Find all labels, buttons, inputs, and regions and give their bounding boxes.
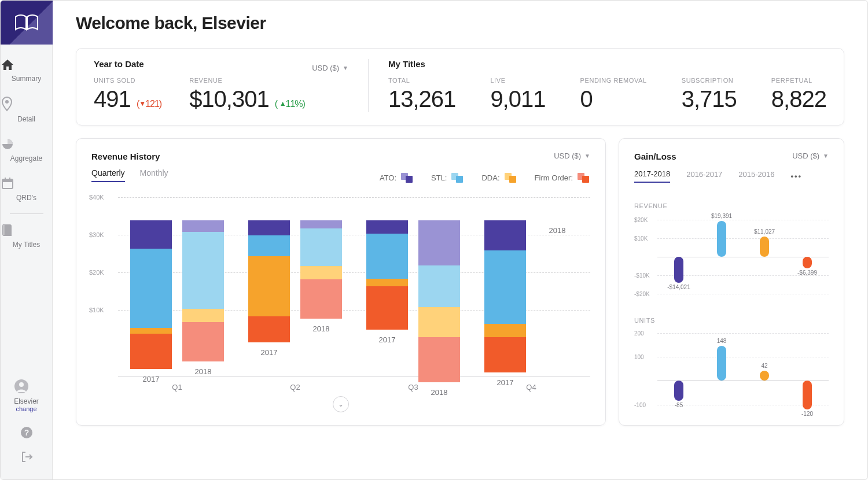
brand-logo xyxy=(1,1,53,45)
chevron-down-icon: ▼ xyxy=(823,153,829,159)
legend-swatch xyxy=(578,173,590,182)
stat-value: 3,715 xyxy=(682,86,737,112)
sidebar-item-aggregate[interactable]: Aggregate xyxy=(1,131,52,171)
pie-icon xyxy=(1,137,14,151)
sidebar-item-label: Detail xyxy=(1,115,52,123)
data-label: -$14,021 xyxy=(667,284,690,290)
bar-segment-dda xyxy=(484,324,526,337)
pin-icon xyxy=(1,97,13,112)
legend-item-dda[interactable]: DDA: xyxy=(481,173,517,182)
bar-segment-stl xyxy=(300,228,342,266)
sidebar-item-label: My Titles xyxy=(1,241,52,249)
more-years-button[interactable]: ••• xyxy=(791,172,803,180)
svg-rect-4 xyxy=(9,178,10,180)
bar-segment-dda xyxy=(366,279,408,286)
bar-segment-ato xyxy=(130,220,172,249)
year-tab[interactable]: 2017-2018 xyxy=(634,169,670,183)
legend-label: Firm Order: xyxy=(535,173,573,182)
legend-item-firm[interactable]: Firm Order: xyxy=(535,173,590,182)
data-label: $11,027 xyxy=(754,228,775,235)
logout-button[interactable] xyxy=(20,445,33,469)
page-title: Welcome back, Elsevier xyxy=(76,13,844,33)
bar-column: 2017 xyxy=(484,220,526,371)
sidebar-item-summary[interactable]: Summary xyxy=(1,53,52,91)
currency-select-gainloss[interactable]: USD ($) ▼ xyxy=(792,152,829,160)
data-label: $19,391 xyxy=(711,213,732,219)
bar-segment-ato xyxy=(300,220,342,228)
bar-segment-ato xyxy=(248,220,290,235)
currency-label: USD ($) xyxy=(312,64,339,72)
bar-segment-stl xyxy=(418,265,460,307)
legend-label: ATO: xyxy=(380,173,396,182)
calendar-icon xyxy=(1,176,14,190)
mytitles-title: My Titles xyxy=(388,59,826,69)
year-tab[interactable]: 2015-2016 xyxy=(738,170,774,182)
stats-card: Year to Date USD ($) ▼ UNITS SOLD 491 (▼… xyxy=(76,48,844,125)
mini-bar: 148 xyxy=(717,331,726,412)
currency-select-revhist[interactable]: USD ($) ▼ xyxy=(554,152,590,160)
stat-value-revenue: $10,301 ( ▲11%) xyxy=(189,86,305,112)
y-tick-label: $10K xyxy=(89,307,104,313)
y-tick-label: 100 xyxy=(634,354,644,360)
y-tick-label: $20K xyxy=(89,269,104,276)
svg-text:?: ? xyxy=(24,428,29,437)
bar-segment-dda xyxy=(130,328,172,334)
help-button[interactable]: ? xyxy=(20,420,33,445)
data-label: -$6,399 xyxy=(797,269,817,276)
chevron-down-icon: ▼ xyxy=(584,153,590,159)
data-label: 148 xyxy=(717,338,727,344)
y-tick-label: $30K xyxy=(89,231,104,238)
bar-segment-ato xyxy=(366,220,408,234)
tab-quarterly[interactable]: Quarterly xyxy=(91,168,125,182)
sidebar-item-qrds[interactable]: QRD's xyxy=(1,171,52,210)
x-tick-label: 2018 xyxy=(549,226,566,235)
bar-segment-stl xyxy=(248,235,290,256)
quarter-label: Q1 xyxy=(118,376,236,392)
user-change-link[interactable]: change xyxy=(14,405,39,412)
gain-loss-panel: Gain/Loss USD ($) ▼ 2017-20182016-201720… xyxy=(619,138,844,426)
user-name: Elsevier xyxy=(14,397,39,405)
expand-chart-button[interactable]: ⌄ xyxy=(333,396,349,412)
legend-item-stl[interactable]: STL: xyxy=(431,173,464,182)
svg-rect-3 xyxy=(5,178,6,180)
bar-segment-dda xyxy=(182,309,224,322)
bar-segment-ato xyxy=(484,220,526,250)
chevron-down-icon: ▼ xyxy=(343,65,348,71)
bar-column: 2018 xyxy=(536,220,578,371)
stat-label: TOTAL xyxy=(388,77,455,84)
stat-delta-up: ( ▲11%) xyxy=(275,99,305,109)
legend-item-ato[interactable]: ATO: xyxy=(380,173,414,182)
bar-segment-stl xyxy=(484,250,526,324)
x-tick-label: 2017 xyxy=(261,348,278,357)
sidebar-item-detail[interactable]: Detail xyxy=(1,91,52,131)
panel-title: Revenue History xyxy=(91,152,160,161)
svg-point-7 xyxy=(19,382,24,387)
legend-label: STL: xyxy=(431,173,447,182)
gain-loss-units-chart: UNITS -100100200-8514842-120 xyxy=(634,317,829,412)
year-tab[interactable]: 2016-2017 xyxy=(686,170,722,182)
mini-bar: -85 xyxy=(674,331,683,412)
sidebar-item-label: QRD's xyxy=(1,194,52,202)
legend-swatch xyxy=(451,173,464,182)
bar-column: 2018 xyxy=(300,220,342,371)
y-tick-label: -$10K xyxy=(634,272,650,278)
currency-select-stats[interactable]: USD ($) ▼ xyxy=(312,64,348,72)
x-tick-label: 2017 xyxy=(379,335,396,344)
user-switcher[interactable]: Elsevier change xyxy=(14,379,39,412)
revenue-history-chart: $10K$20K$30K$40K201720182017201820172018… xyxy=(91,197,590,371)
stat-value-units: 491 (▼121) xyxy=(94,86,161,112)
logout-icon xyxy=(20,451,33,463)
bar-column: 2018 xyxy=(182,220,224,371)
stat-value: 13,261 xyxy=(388,86,455,112)
tab-monthly[interactable]: Monthly xyxy=(140,168,168,182)
bar-segment-firm xyxy=(182,322,224,361)
bar-column: 2017 xyxy=(366,220,408,371)
mini-bar: 42 xyxy=(760,331,769,412)
sidebar-item-label: Summary xyxy=(1,75,52,83)
x-tick-label: 2018 xyxy=(313,324,330,333)
sidebar-item-mytitles[interactable]: My Titles xyxy=(1,217,52,257)
y-tick-label: $40K xyxy=(89,194,104,201)
gain-loss-revenue-chart: REVENUE -$20K-$10K$10K$20K-$14,021$19,39… xyxy=(634,202,829,297)
bar-segment-firm xyxy=(366,286,408,330)
bar-segment-ato xyxy=(418,220,460,265)
